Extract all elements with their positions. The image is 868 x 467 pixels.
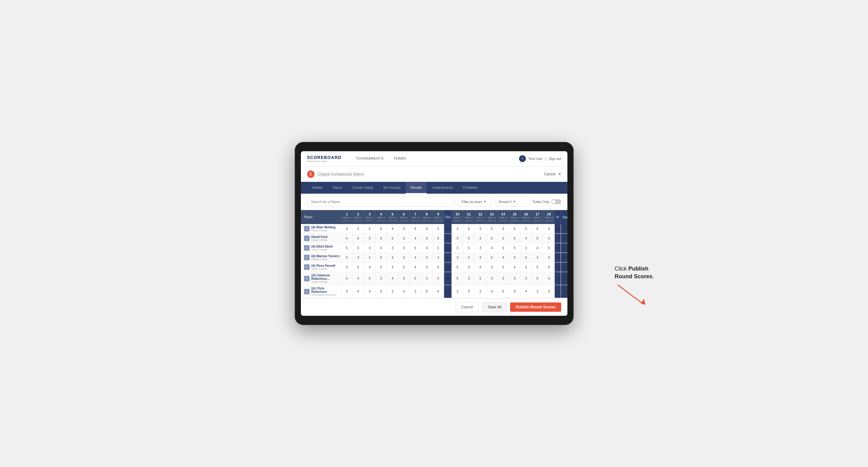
score-hole-2[interactable]: 3 [352,262,364,272]
score-hole-13[interactable]: 4 [486,285,497,298]
score-hole-1[interactable]: 3 [341,224,353,234]
score-hole-2[interactable]: 4 [352,272,364,285]
score-hole-11[interactable]: 5 [463,243,475,253]
publish-round-scores-button[interactable]: Publish Round Scores [510,303,561,312]
score-hole-18[interactable]: 4 [543,234,555,243]
score-hole-1[interactable]: 3 [341,262,353,272]
score-hole-5[interactable]: 3 [387,262,398,272]
score-hole-15[interactable]: 3 [509,272,520,285]
score-hole-12[interactable]: 5 [474,272,486,285]
score-hole-4[interactable]: 4 [375,243,387,253]
score-hole-11[interactable]: 3 [463,262,475,272]
score-hole-16[interactable]: 3 [520,262,532,272]
score-hole-4[interactable]: 5 [375,224,387,234]
score-hole-14[interactable]: 3 [497,243,509,253]
score-hole-5[interactable]: 5 [387,234,398,243]
tab-printables[interactable]: Printables [458,182,483,194]
score-hole-11[interactable]: 3 [463,272,475,285]
score-hole-10[interactable]: 6 [452,272,463,285]
totals-only-toggle[interactable] [551,199,561,204]
score-hole-15[interactable]: 4 [509,224,520,234]
search-input[interactable] [307,197,455,207]
score-hole-12[interactable]: 3 [474,253,486,262]
score-hole-5[interactable]: 3 [387,243,398,253]
tab-course-setup[interactable]: Course Setup [347,182,378,194]
score-hole-12[interactable]: 3 [474,285,486,298]
score-hole-16[interactable]: 3 [520,243,532,253]
score-hole-2[interactable]: 3 [352,253,364,262]
score-hole-15[interactable]: 3 [509,253,520,262]
score-hole-17[interactable]: 5 [532,234,543,243]
score-hole-8[interactable]: 3 [421,262,433,272]
score-hole-4[interactable]: 3 [375,272,387,285]
score-hole-4[interactable]: 3 [375,234,387,243]
score-hole-15[interactable]: 3 [509,285,520,298]
score-hole-18[interactable]: 4 [543,272,555,285]
score-hole-14[interactable]: 5 [497,262,509,272]
score-hole-6[interactable]: 3 [398,272,410,285]
score-hole-17[interactable]: 4 [532,253,543,262]
score-hole-1[interactable]: 4 [341,234,353,243]
score-hole-3[interactable]: 3 [364,243,375,253]
filter-team-select[interactable]: Filter by team ▾ [458,197,492,207]
score-hole-13[interactable]: 5 [486,234,497,243]
score-hole-15[interactable]: 4 [509,262,520,272]
score-hole-3[interactable]: 4 [364,262,375,272]
score-hole-4[interactable]: 5 [375,262,387,272]
score-hole-14[interactable]: 4 [497,253,509,262]
score-hole-8[interactable]: 5 [421,234,433,243]
score-hole-13[interactable]: 5 [486,253,497,262]
score-hole-13[interactable]: 3 [486,262,497,272]
score-hole-7[interactable]: 5 [410,224,421,234]
score-hole-7[interactable]: 5 [410,243,421,253]
score-hole-3[interactable]: 3 [364,234,375,243]
score-hole-18[interactable]: 3 [543,285,555,298]
score-hole-11[interactable]: 5 [463,224,475,234]
nav-teams[interactable]: TEAMS [389,151,411,167]
score-hole-7[interactable]: 3 [410,285,421,298]
score-hole-10[interactable]: 3 [452,285,463,298]
score-hole-6[interactable]: 5 [398,262,410,272]
tab-details[interactable]: Details [307,182,328,194]
score-hole-17[interactable]: 5 [532,262,543,272]
save-all-button[interactable]: Save All [482,302,507,312]
score-hole-16[interactable]: 4 [520,234,532,243]
score-hole-16[interactable]: 5 [520,253,532,262]
score-hole-8[interactable]: 4 [421,243,433,253]
score-hole-16[interactable]: 3 [520,272,532,285]
score-hole-7[interactable]: 5 [410,272,421,285]
score-hole-12[interactable]: 3 [474,243,486,253]
score-hole-17[interactable]: 3 [532,285,543,298]
sign-out-link[interactable]: Sign out [549,157,561,160]
score-hole-2[interactable]: 3 [352,243,364,253]
score-hole-6[interactable]: 3 [398,224,410,234]
score-hole-3[interactable]: 5 [364,224,375,234]
score-hole-10[interactable]: 3 [452,253,463,262]
score-hole-17[interactable]: 4 [532,243,543,253]
score-hole-2[interactable]: 4 [352,285,364,298]
score-hole-6[interactable]: 3 [398,234,410,243]
score-hole-3[interactable]: 4 [364,285,375,298]
tab-teams[interactable]: Teams [327,182,347,194]
tab-results[interactable]: Results [406,182,427,194]
score-hole-5[interactable]: 4 [387,272,398,285]
score-hole-13[interactable]: 4 [486,243,497,253]
cancel-button[interactable]: Cancel [456,302,479,312]
score-hole-10[interactable]: 5 [452,262,463,272]
score-hole-9[interactable]: 5 [433,272,444,285]
score-hole-10[interactable]: 3 [452,234,463,243]
score-hole-11[interactable]: 5 [463,234,475,243]
score-hole-1[interactable]: 4 [341,272,353,285]
score-hole-5[interactable]: 4 [387,224,398,234]
score-hole-6[interactable]: 4 [398,285,410,298]
score-hole-6[interactable]: 3 [398,253,410,262]
score-hole-7[interactable]: 4 [410,234,421,243]
score-hole-13[interactable]: 3 [486,272,497,285]
score-hole-6[interactable]: 3 [398,243,410,253]
score-hole-3[interactable]: 5 [364,272,375,285]
score-hole-18[interactable]: 3 [543,253,555,262]
round-select[interactable]: Round 3 ▾ [495,197,529,207]
score-hole-10[interactable]: 3 [452,243,463,253]
score-hole-7[interactable]: 4 [410,253,421,262]
score-hole-15[interactable]: 5 [509,243,520,253]
